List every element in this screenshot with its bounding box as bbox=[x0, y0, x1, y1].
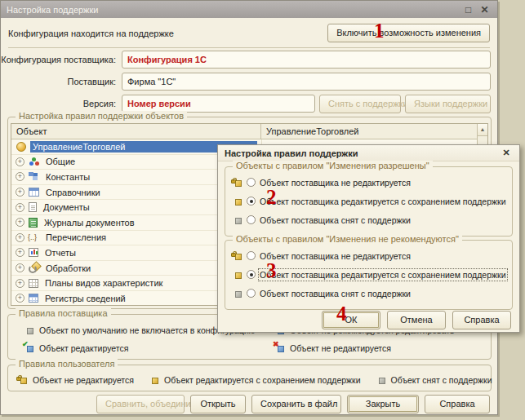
cancel-button[interactable]: Отмена bbox=[387, 311, 446, 329]
yellow-cube-icon bbox=[231, 196, 242, 206]
locked-object-icon bbox=[231, 177, 242, 188]
yellow-cube-icon bbox=[231, 269, 242, 280]
desktop-background: Настройка поддержки □ ✕ Конфигурация нах… bbox=[0, 0, 525, 420]
radio-button-selected[interactable] bbox=[247, 270, 256, 279]
version-field[interactable]: Номер версии bbox=[122, 95, 315, 113]
tree-row-label: Справочники bbox=[43, 187, 103, 198]
support-rules-dialog: Настройка правил поддержки ✕ Объекты с п… bbox=[217, 144, 520, 333]
column-header-configuration[interactable]: УправлениеТорговлей bbox=[261, 124, 487, 139]
user-rules-group: Правила пользователя Объект не редактиру… bbox=[7, 365, 492, 391]
locked-object-icon bbox=[16, 374, 28, 385]
tree-row-label: Отчеты bbox=[42, 247, 78, 259]
dialog-close-icon[interactable]: ✕ bbox=[500, 148, 513, 158]
radio-button[interactable] bbox=[247, 178, 256, 187]
vendor-field[interactable]: Фирма "1С" bbox=[122, 73, 491, 91]
document-journals-icon bbox=[29, 218, 38, 228]
step-marker-3: 3 bbox=[266, 260, 277, 281]
expand-icon[interactable]: + bbox=[16, 157, 24, 166]
radio-button[interactable] bbox=[247, 251, 256, 260]
step-marker-4: 4 bbox=[336, 303, 347, 324]
editable-check-icon: ✔ bbox=[23, 343, 34, 353]
legend-user-editable-support: Объект редактируется с сохранением подде… bbox=[148, 374, 361, 385]
gray-cube-icon bbox=[231, 288, 242, 298]
expand-icon[interactable]: + bbox=[16, 248, 24, 257]
vendor-config-label: Конфигурация поставщика: bbox=[1, 51, 116, 69]
expand-icon[interactable]: + bbox=[16, 294, 24, 303]
support-languages-button[interactable]: Языки поддержки bbox=[405, 95, 491, 113]
close-icon[interactable]: ✕ bbox=[478, 4, 492, 15]
objects-rules-group-title: Настройка правил поддержки объектов bbox=[16, 111, 187, 121]
compare-merge-button[interactable]: Сравнить, объединить bbox=[96, 395, 185, 413]
data-processors-icon bbox=[29, 263, 39, 273]
gray-cube-icon bbox=[231, 214, 242, 225]
radio-button[interactable] bbox=[247, 215, 256, 224]
constants-icon bbox=[29, 171, 39, 182]
expand-icon[interactable]: + bbox=[16, 233, 24, 242]
vendor-label: Поставщик: bbox=[1, 73, 116, 91]
legend-user-unsupported: Объект снят с поддержки bbox=[375, 374, 492, 385]
vendor-rules-title: Правила поставщика bbox=[16, 308, 111, 318]
configuration-sphere-icon bbox=[16, 142, 26, 152]
radio-button[interactable] bbox=[247, 289, 256, 298]
expand-icon[interactable]: + bbox=[16, 188, 24, 197]
table-header: Объект УправлениеТорговлей bbox=[11, 124, 487, 139]
tree-row-label: Регистры сведений bbox=[42, 293, 128, 304]
vendor-config-field[interactable]: Конфигурация 1С bbox=[122, 51, 491, 69]
open-button[interactable]: Открыть bbox=[190, 395, 246, 413]
column-header-object[interactable]: Объект bbox=[11, 124, 261, 139]
gray-cube-icon bbox=[23, 325, 34, 335]
dialog-help-button[interactable]: Справка bbox=[452, 311, 511, 329]
legend-object-editable: ✔ Объект редактируется bbox=[23, 343, 274, 353]
tree-row-label: Обработки bbox=[43, 263, 93, 274]
version-label: Версия: bbox=[1, 95, 116, 113]
step-marker-2: 2 bbox=[266, 187, 277, 207]
tree-row-label: Документы bbox=[41, 201, 92, 213]
tree-row-label: Константы bbox=[43, 171, 92, 183]
window-title: Настройка поддержки bbox=[7, 5, 459, 15]
expand-icon[interactable]: + bbox=[16, 263, 24, 272]
changes-allowed-group-title: Объекты с правилом "Изменения разрешены" bbox=[233, 161, 433, 170]
step-marker-1: 1 bbox=[374, 20, 385, 41]
ok-button[interactable]: ОК bbox=[322, 311, 380, 329]
option-not-edited[interactable]: Объект поставщика не редактируется bbox=[231, 250, 411, 262]
window-titlebar[interactable]: Настройка поддержки □ ✕ bbox=[1, 1, 497, 18]
user-rules-title: Правила пользователя bbox=[16, 359, 118, 369]
dialog-titlebar[interactable]: Настройка правил поддержки ✕ bbox=[218, 145, 519, 161]
information-registers-icon bbox=[29, 294, 38, 303]
expand-icon[interactable]: + bbox=[16, 172, 24, 181]
yellow-cube-icon bbox=[148, 374, 159, 385]
scroll-up-icon[interactable]: ▲ bbox=[478, 124, 487, 136]
catalogs-icon bbox=[29, 188, 39, 197]
option-not-edited[interactable]: Объект поставщика не редактируется bbox=[231, 176, 411, 188]
enable-changes-button[interactable]: Включить возможность изменения bbox=[327, 24, 490, 42]
legend-object-not-editable: ✖ Объект не редактируется bbox=[274, 343, 486, 353]
save-to-file-button[interactable]: Сохранить в файл bbox=[251, 395, 341, 413]
expand-icon[interactable]: + bbox=[16, 203, 24, 212]
separator bbox=[8, 47, 490, 48]
enumerations-icon bbox=[29, 232, 39, 243]
close-button[interactable]: Закрыть bbox=[347, 395, 419, 413]
option-unsupported[interactable]: Объект поставщика снят с поддержки bbox=[231, 287, 411, 299]
maximize-icon[interactable]: □ bbox=[461, 4, 475, 15]
not-editable-cross-icon: ✖ bbox=[274, 343, 285, 353]
remove-support-button[interactable]: Снять с поддержки bbox=[319, 95, 401, 113]
tree-row-label: Планы видов характеристик bbox=[42, 277, 165, 289]
tree-row-label: Журналы документов bbox=[42, 217, 137, 228]
changes-not-recommended-group-title: Объекты с правилом "Изменения не рекомен… bbox=[233, 234, 462, 244]
option-unsupported[interactable]: Объект поставщика снят с поддержки bbox=[231, 214, 411, 226]
expand-icon[interactable]: + bbox=[16, 218, 24, 227]
tree-row-label: Общие bbox=[43, 156, 78, 167]
tree-row-label: Перечисления bbox=[43, 232, 109, 243]
support-status-text: Конфигурация находится на поддержке bbox=[8, 29, 174, 38]
radio-button-selected[interactable] bbox=[247, 197, 256, 206]
gray-cube-icon bbox=[375, 374, 386, 385]
legend-user-not-editable: Объект не редактируется bbox=[16, 374, 134, 385]
common-objects-icon bbox=[29, 157, 39, 167]
documents-icon bbox=[29, 202, 37, 212]
dialog-title: Настройка правил поддержки bbox=[225, 148, 500, 158]
locked-object-icon bbox=[231, 250, 242, 261]
help-button[interactable]: Справка bbox=[425, 395, 490, 413]
expand-icon[interactable]: + bbox=[16, 279, 24, 288]
reports-icon bbox=[29, 248, 38, 257]
char-type-plans-icon bbox=[29, 279, 38, 288]
